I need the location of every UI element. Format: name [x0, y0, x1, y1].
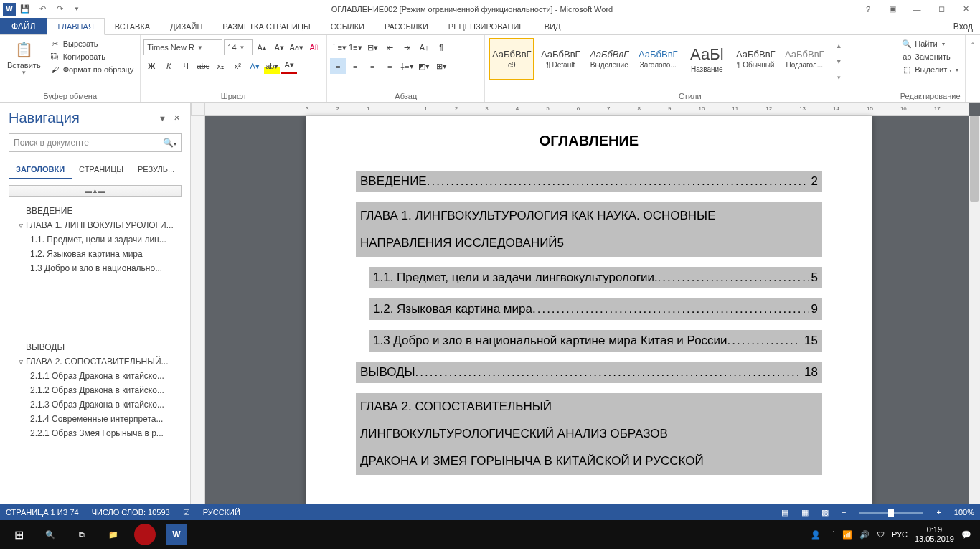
start-button[interactable]: ⊞	[3, 520, 34, 549]
shading-button[interactable]: ◩▾	[416, 58, 432, 74]
maximize-button[interactable]: ◻	[933, 2, 950, 17]
outline-item[interactable]: 1.2. Языковая картина мира	[6, 247, 184, 261]
cut-button[interactable]: ✂Вырезать	[48, 38, 136, 50]
ribbon-options-button[interactable]: ▣	[884, 2, 901, 17]
outline-item[interactable]: ВВЕДЕНИЕ	[6, 204, 184, 218]
close-button[interactable]: ✕	[957, 2, 974, 17]
outline-item[interactable]: 2.1.2 Образ Дракона в китайско...	[6, 383, 184, 397]
tab-file[interactable]: ФАЙЛ	[0, 18, 47, 34]
style-item[interactable]: АаБlНазвание	[684, 38, 729, 80]
nav-tab-pages[interactable]: СТРАНИЦЫ	[72, 161, 131, 179]
styles-expand[interactable]: ▾	[831, 70, 847, 85]
outline-item[interactable]: 1.3 Добро и зло в национально...	[6, 261, 184, 276]
outline-item[interactable]: ▿ГЛАВА 2. СОПОСТАВИТЕЛЬНЫЙ...	[6, 354, 184, 369]
toc-entry[interactable]: ДРАКОНА И ЗМЕЯ ГОРЫНЫЧА В КИТАЙСКОЙ И РУ…	[356, 448, 822, 475]
tab-insert[interactable]: ВСТАВКА	[105, 18, 160, 34]
expand-icon[interactable]: ▿	[19, 357, 26, 367]
outline-item[interactable]: 1.1. Предмет, цели и задачи лин...	[6, 232, 184, 247]
outline-item[interactable]: 2.2.1 Образ Змея Горыныча в р...	[6, 426, 184, 441]
outline-item[interactable]: 2.1.1 Образ Дракона в китайско...	[6, 369, 184, 383]
multilevel-button[interactable]: ⊟▾	[364, 39, 380, 55]
subscript-button[interactable]: x₂	[212, 58, 228, 74]
ruler-corner[interactable]	[191, 103, 205, 116]
help-button[interactable]: ?	[859, 2, 877, 17]
grow-font-button[interactable]: A▴	[254, 39, 270, 55]
bullets-button[interactable]: ⋮≡▾	[330, 39, 346, 55]
word-app[interactable]: W	[161, 520, 192, 549]
toc-entry[interactable]: ВВЕДЕНИЕ2	[356, 171, 822, 192]
tray-language[interactable]: РУС	[892, 530, 908, 539]
align-left-button[interactable]: ≡	[330, 58, 346, 74]
status-page[interactable]: СТРАНИЦА 1 ИЗ 74	[6, 508, 79, 517]
tab-references[interactable]: ССЫЛКИ	[321, 18, 374, 34]
horizontal-ruler[interactable]: 3211234567891011121314151617	[205, 103, 969, 116]
outline-item[interactable]: 2.1.3 Образ Дракона в китайско...	[6, 397, 184, 412]
notifications-button[interactable]: 💬	[961, 530, 971, 540]
toc-entry[interactable]: ГЛАВА 2. СОПОСТАВИТЕЛЬНЫЙ	[356, 393, 822, 420]
toc-entry[interactable]: НАПРАВЛЕНИЯ ИССЛЕДОВАНИЙ 5	[356, 230, 822, 257]
shrink-font-button[interactable]: A▾	[271, 39, 287, 55]
nav-menu-button[interactable]: ▼	[157, 113, 168, 124]
align-center-button[interactable]: ≡	[347, 58, 363, 74]
search-button[interactable]: 🔍	[34, 520, 66, 549]
justify-button[interactable]: ≡	[382, 58, 397, 74]
tab-view[interactable]: ВИД	[534, 18, 571, 34]
replace-button[interactable]: abЗаменить	[900, 51, 961, 62]
change-case-button[interactable]: Aa▾	[288, 39, 304, 55]
nav-close-button[interactable]: ✕	[172, 112, 182, 124]
document-page[interactable]: ОГЛАВЛЕНИЕ ВВЕДЕНИЕ2ГЛАВА 1. ЛИНГВОКУЛЬТ…	[306, 116, 872, 504]
nav-search-input[interactable]: Поиск в документе 🔍▾	[9, 133, 182, 152]
increase-indent-button[interactable]: ⇥	[399, 39, 415, 55]
status-proofing[interactable]: ☑	[183, 508, 190, 517]
view-read-button[interactable]: ▤	[781, 508, 788, 517]
people-button[interactable]: 👤	[806, 520, 825, 549]
vertical-ruler[interactable]	[191, 116, 205, 504]
paste-button[interactable]: 📋 Вставить ▼	[3, 37, 45, 77]
underline-button[interactable]: Ч	[178, 58, 194, 74]
outline-item[interactable]: ▿ГЛАВА 1. ЛИНГВОКУЛЬТУРОЛОГИ...	[6, 218, 184, 232]
view-print-button[interactable]: ▦	[801, 508, 809, 517]
clear-format-button[interactable]: Aͯ	[306, 39, 321, 55]
undo-button[interactable]: ↶	[34, 1, 50, 17]
decrease-indent-button[interactable]: ⇤	[382, 39, 397, 55]
redo-button[interactable]: ↷	[52, 1, 67, 17]
line-spacing-button[interactable]: ‡≡▾	[399, 58, 415, 74]
scroll-thumb[interactable]	[970, 116, 979, 202]
select-button[interactable]: ⬚Выделить▾	[900, 64, 961, 75]
tray-network-icon[interactable]: 📶	[842, 530, 852, 540]
italic-button[interactable]: К	[161, 58, 176, 74]
numbering-button[interactable]: 1≡▾	[347, 39, 363, 55]
toc-entry[interactable]: 1.2. Языковая картина мира9	[369, 298, 822, 320]
toc-entry[interactable]: 1.3 Добро и зло в национальной картине м…	[369, 330, 822, 352]
font-size-combo[interactable]: 14▼	[224, 39, 253, 55]
show-marks-button[interactable]: ¶	[433, 39, 449, 55]
copy-button[interactable]: ⿻Копировать	[48, 51, 136, 62]
style-item[interactable]: АаБбВвГЗаголово...	[636, 38, 680, 80]
nav-collapse-bar[interactable]: ▬▲▬	[9, 185, 182, 197]
style-item[interactable]: АаБбВвГПодзагол...	[782, 38, 826, 80]
superscript-button[interactable]: x²	[230, 58, 245, 74]
strike-button[interactable]: abc	[195, 58, 211, 74]
toc-entry[interactable]: ГЛАВА 1. ЛИНГВОКУЛЬТУРОЛОГИЯ КАК НАУКА. …	[356, 202, 822, 230]
nav-tab-headings[interactable]: ЗАГОЛОВКИ	[9, 161, 72, 179]
zoom-level[interactable]: 100%	[954, 508, 974, 517]
toc-entry[interactable]: ВЫВОДЫ18	[356, 362, 822, 383]
task-view-button[interactable]: ⧉	[66, 520, 98, 549]
taskbar-clock[interactable]: 0:19 13.05.2019	[915, 525, 954, 544]
outline-item[interactable]: ВЫВОДЫ	[6, 340, 184, 354]
tray-chevron[interactable]: ˆ	[832, 530, 835, 539]
tab-mailings[interactable]: РАССЫЛКИ	[374, 18, 438, 34]
tab-home[interactable]: ГЛАВНАЯ	[47, 18, 104, 35]
outline-item[interactable]: 2.1.4 Современные интерпрета...	[6, 412, 184, 426]
font-name-combo[interactable]: Times New R▼	[143, 39, 222, 55]
explorer-app[interactable]: 📁	[98, 520, 129, 549]
style-item[interactable]: АаБбВвГВыделение	[587, 38, 631, 80]
borders-button[interactable]: ⊞▾	[433, 58, 449, 74]
style-item[interactable]: АаБбВвГ¶ Default	[538, 38, 583, 80]
zoom-in-button[interactable]: +	[936, 508, 941, 517]
qat-customize[interactable]: ▼	[69, 1, 85, 17]
styles-gallery[interactable]: АаБбВвГс9АаБбВвГ¶ DefaultАаБбВвГВыделени…	[488, 37, 828, 81]
collapse-ribbon-button[interactable]: ˆ	[966, 38, 980, 54]
format-painter-button[interactable]: 🖌Формат по образцу	[48, 64, 136, 75]
zoom-out-button[interactable]: −	[842, 508, 846, 517]
